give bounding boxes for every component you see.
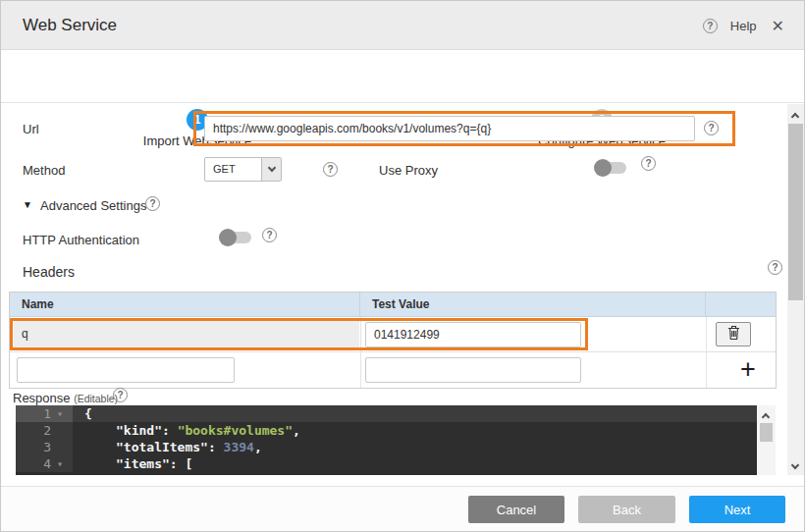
column-header-name: Name [10, 293, 360, 316]
method-help-icon[interactable]: ? [323, 162, 338, 177]
content-scrollbar-thumb[interactable] [788, 124, 803, 300]
method-label: Method [23, 163, 65, 178]
url-label: Url [23, 122, 39, 136]
advanced-settings-caret-icon[interactable]: ▼ [23, 199, 32, 210]
help-icon[interactable]: ? [703, 19, 718, 33]
url-help-icon[interactable]: ? [704, 121, 719, 135]
http-auth-help-icon[interactable]: ? [262, 228, 277, 242]
headers-table: Name Test Value q + [9, 292, 777, 389]
footer: Cancel Back Next [1, 486, 804, 532]
code-line: 3 "totalItems": 3394, [16, 439, 757, 455]
dialog-title: Web Service [23, 1, 117, 50]
code-line: 4 ▾ "items": [ [16, 455, 757, 472]
http-auth-toggle[interactable] [219, 229, 252, 246]
advanced-settings-label[interactable]: Advanced Settings [40, 198, 146, 213]
add-header-button[interactable]: + [728, 352, 768, 388]
fold-caret-icon[interactable]: ▾ [51, 405, 69, 422]
headers-table-header: Name Test Value [10, 293, 776, 317]
header-row-1: q [10, 317, 776, 352]
scroll-up-icon[interactable] [791, 113, 799, 121]
response-label: Response (Editable) [13, 391, 118, 405]
back-button[interactable]: Back [578, 496, 675, 523]
titlebar: Web Service ? Help ✕ [1, 1, 804, 50]
fold-caret-icon[interactable]: ▾ [51, 455, 69, 472]
method-select[interactable]: GET [204, 157, 282, 182]
headers-help-icon[interactable]: ? [768, 260, 782, 275]
next-button[interactable]: Next [689, 496, 785, 523]
url-input[interactable] [204, 116, 695, 141]
help-link[interactable]: Help [730, 19, 757, 33]
editor-scrollbar-thumb[interactable] [760, 423, 773, 442]
content-scrollbar[interactable] [787, 104, 804, 475]
select-chevron-down-icon [261, 158, 281, 181]
header-row-new: + [10, 352, 776, 388]
editor-scroll-up-icon[interactable] [762, 413, 770, 421]
header-row-highlight-box [10, 318, 588, 350]
response-help-icon[interactable]: ? [113, 388, 128, 402]
code-line: 2 "kind": "books#volumes", [16, 422, 757, 439]
use-proxy-toggle[interactable] [594, 159, 627, 177]
method-selected-value: GET [205, 158, 261, 181]
headers-section-title: Headers [23, 264, 75, 280]
http-auth-label: HTTP Authentication [23, 233, 139, 247]
code-line: 1 ▾ { [16, 405, 757, 422]
column-header-test-value: Test Value [360, 293, 706, 316]
use-proxy-label: Use Proxy [379, 163, 438, 178]
delete-header-button[interactable] [716, 322, 751, 346]
trash-icon [727, 325, 740, 345]
cancel-button[interactable]: Cancel [468, 496, 564, 523]
use-proxy-help-icon[interactable]: ? [641, 156, 656, 171]
editor-scrollbar[interactable] [757, 405, 776, 475]
response-editable-tag: (Editable) [74, 393, 118, 404]
new-header-test-value-input[interactable] [365, 357, 581, 383]
advanced-settings-help-icon[interactable]: ? [145, 196, 160, 211]
close-icon[interactable]: ✕ [770, 17, 786, 35]
wizard-stepper: 1 2 Import WebService Configure WebServi… [1, 50, 804, 103]
new-header-name-input[interactable] [17, 357, 235, 383]
response-code-editor[interactable]: 1 ▾ { 2 "kind": "books#volumes", 3 "tota… [16, 405, 757, 475]
web-service-dialog: Web Service ? Help ✕ 1 2 Import WebServi… [0, 0, 805, 532]
scroll-down-icon[interactable] [791, 461, 799, 469]
